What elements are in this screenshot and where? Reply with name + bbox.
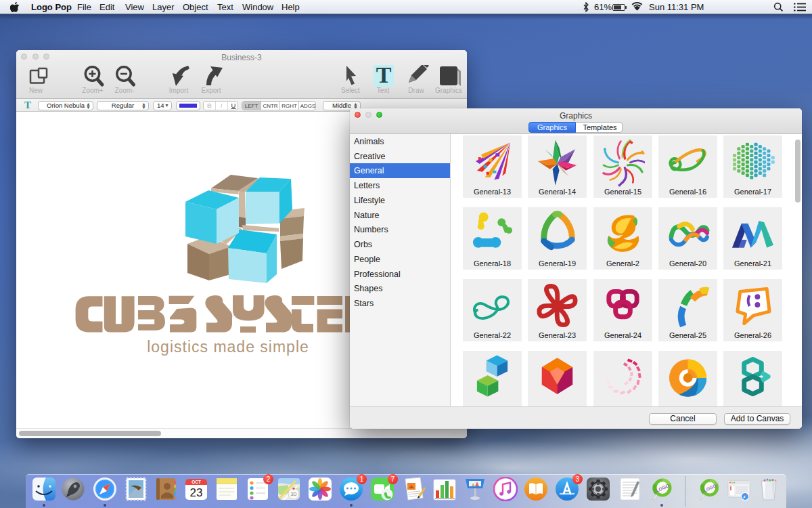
svg-text:23: 23 <box>190 486 203 499</box>
svg-text:T: T <box>376 65 392 87</box>
svg-text:logistics made simple: logistics made simple <box>147 338 309 356</box>
svg-text:3D: 3D <box>291 492 297 496</box>
svg-text:OCT: OCT <box>191 480 201 484</box>
